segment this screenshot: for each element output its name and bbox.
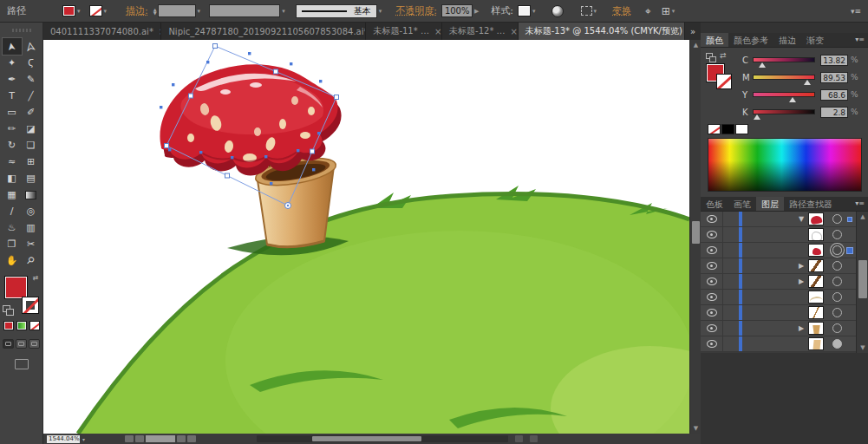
tab-overflow-icon[interactable]: »: [685, 23, 701, 40]
visibility-toggle[interactable]: [701, 274, 723, 289]
layers-scrollbar[interactable]: ▲ ▼: [856, 212, 868, 353]
draw-inside-button[interactable]: [29, 339, 40, 349]
layer-thumbnail[interactable]: [808, 337, 824, 350]
tab-close-icon[interactable]: ×: [511, 27, 518, 36]
layer-thumbnail[interactable]: [808, 228, 824, 241]
chevron-down-icon[interactable]: ▾: [379, 8, 382, 15]
stepper-down-icon[interactable]: ▼: [153, 11, 157, 15]
draw-normal-button[interactable]: [3, 339, 14, 349]
black-swatch[interactable]: [721, 124, 734, 134]
target-circle[interactable]: [832, 261, 842, 271]
target-circle[interactable]: [832, 339, 842, 349]
tool-free-transform-tool[interactable]: ❏: [22, 137, 41, 153]
zoom-dropdown-icon[interactable]: ▾: [82, 436, 85, 442]
tool-paintbrush-tool[interactable]: ✐: [22, 104, 41, 121]
document-tab-0[interactable]: 0401111337074080.ai*×: [43, 23, 161, 40]
tool-magic-wand-tool[interactable]: ✦: [3, 55, 22, 71]
scroll-up-icon[interactable]: ▲: [857, 213, 868, 220]
color-tab-3[interactable]: 渐变: [801, 33, 829, 47]
select-similar-control[interactable]: ▾: [581, 6, 597, 16]
status-bar-button[interactable]: [515, 435, 523, 442]
document-tab-3[interactable]: 未标题-12* …×: [442, 23, 519, 40]
target-circle[interactable]: [832, 214, 842, 224]
slider-track-K[interactable]: [753, 109, 815, 114]
swap-fill-stroke-icon[interactable]: ⇄: [33, 274, 39, 282]
tool-mesh-tool[interactable]: ▦: [3, 186, 22, 203]
stroke-color-swatch[interactable]: [89, 5, 102, 16]
target-circle[interactable]: [832, 292, 842, 302]
visibility-toggle[interactable]: [701, 336, 723, 351]
chevron-down-icon[interactable]: ▾: [282, 8, 285, 15]
color-spectrum-bar[interactable]: [708, 138, 862, 192]
next-artboard-button[interactable]: [177, 435, 186, 442]
prev-artboard-button[interactable]: [135, 435, 144, 442]
slider-track-M[interactable]: [753, 75, 815, 80]
tool-perspective-grid-tool[interactable]: ▤: [22, 170, 41, 186]
layer-thumbnail[interactable]: [808, 244, 824, 257]
status-bar-button[interactable]: [530, 435, 538, 442]
recolor-artwork-icon[interactable]: [551, 5, 564, 17]
layer-row-2[interactable]: [701, 243, 856, 258]
v-scroll-thumb[interactable]: [692, 221, 700, 244]
stroke-weight-field[interactable]: [158, 4, 196, 17]
layer-row-0[interactable]: ▼: [701, 212, 856, 227]
style-swatch-control[interactable]: ▾: [518, 5, 536, 16]
chevron-down-icon[interactable]: ▾: [77, 8, 81, 15]
fill-color-control[interactable]: ▾: [62, 5, 81, 16]
transform-link[interactable]: 变换: [612, 4, 631, 17]
slider-value-field[interactable]: 2.8: [820, 107, 848, 118]
tool-artboard-tool[interactable]: ❐: [3, 236, 22, 252]
variable-width-profile-field[interactable]: [209, 4, 280, 17]
visibility-toggle[interactable]: [701, 321, 723, 336]
opacity-field[interactable]: 100%: [441, 4, 473, 17]
document-tab-2[interactable]: 未标题-11* …×: [366, 23, 442, 40]
expand-triangle-icon[interactable]: ▶: [796, 262, 806, 270]
layer-thumbnail[interactable]: [808, 275, 824, 288]
none-swatch[interactable]: [708, 124, 721, 134]
first-artboard-button[interactable]: [125, 435, 134, 442]
artboard-canvas[interactable]: [43, 40, 689, 434]
visibility-toggle[interactable]: [701, 212, 723, 226]
expand-triangle-icon[interactable]: ▶: [796, 278, 806, 285]
document-tab-4[interactable]: 未标题-13* @ 1544.04% (CMYK/预览)×: [519, 23, 685, 40]
color-mode-button[interactable]: [3, 321, 14, 330]
green-hill[interactable]: [78, 186, 689, 434]
target-circle[interactable]: [832, 308, 842, 317]
layer-row-5[interactable]: [701, 290, 856, 305]
mushroom-cap[interactable]: [160, 64, 341, 175]
canvas-horizontal-scrollbar[interactable]: [257, 435, 508, 442]
default-fill-stroke-icon[interactable]: [706, 53, 713, 59]
none-mode-button[interactable]: [29, 321, 40, 330]
layer-thumbnail[interactable]: [808, 306, 824, 319]
gradient-mode-button[interactable]: [16, 321, 27, 330]
slider-track-Y[interactable]: [753, 92, 815, 97]
tab-close-icon[interactable]: ×: [434, 27, 441, 36]
layer-row-8[interactable]: [701, 336, 856, 352]
tool-slice-tool[interactable]: ✂: [22, 236, 41, 252]
selection-indicator[interactable]: [846, 247, 853, 254]
layer-row-1[interactable]: [701, 227, 856, 243]
color-tab-1[interactable]: 颜色参考: [728, 33, 773, 47]
layer-thumbnail[interactable]: [808, 259, 824, 272]
slider-track-C[interactable]: [753, 57, 815, 62]
chevron-down-icon[interactable]: ▾: [594, 8, 597, 15]
color-panel-menu-icon[interactable]: ▾≡: [852, 33, 868, 47]
layer-row-6[interactable]: [701, 305, 856, 321]
opacity-link[interactable]: 不透明度:: [395, 4, 437, 17]
h-scroll-thumb[interactable]: [312, 436, 421, 441]
swap-fill-stroke-icon[interactable]: ⇄: [720, 51, 727, 60]
screen-mode-button[interactable]: [15, 359, 29, 369]
tool-lasso-tool[interactable]: Ϛ: [22, 55, 41, 71]
tool-shape-builder-tool[interactable]: ◧: [3, 170, 22, 186]
stroke-weight-stepper[interactable]: ▲ ▼: [153, 8, 157, 15]
chevron-down-icon[interactable]: ▾: [104, 8, 108, 15]
align-control[interactable]: ⊞ ▾: [662, 5, 675, 17]
slider-thumb[interactable]: [789, 97, 796, 102]
zoom-level-field[interactable]: 1544.04%: [47, 435, 80, 443]
fill-color-swatch[interactable]: [62, 5, 75, 16]
target-circle[interactable]: [832, 277, 842, 286]
color-tab-0[interactable]: 颜色: [701, 33, 728, 47]
isolate-object-icon[interactable]: ⌖: [645, 5, 651, 17]
tool-eyedropper-tool[interactable]: ∕: [3, 203, 22, 219]
layer-thumbnail[interactable]: [808, 212, 824, 225]
